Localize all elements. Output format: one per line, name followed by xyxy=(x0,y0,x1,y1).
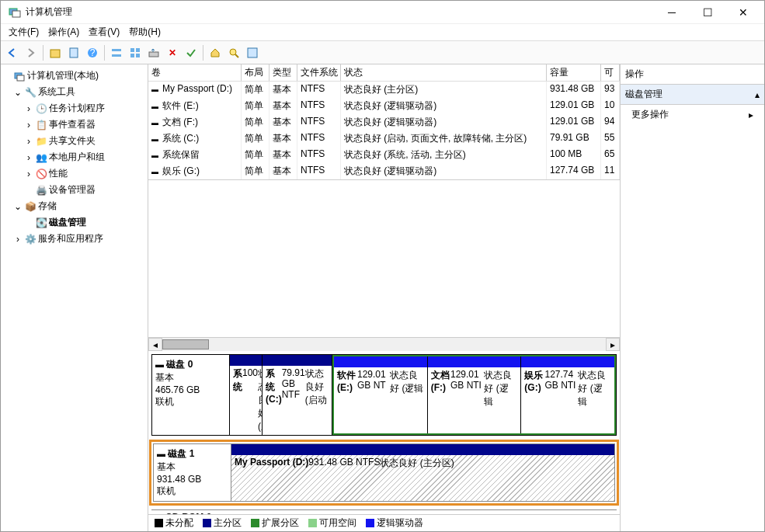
partition-c[interactable]: 系统 (C:)79.91 GB NTF状态良好 (启动 xyxy=(263,355,332,435)
tree-performance[interactable]: ›🚫性能 xyxy=(2,165,146,182)
partition-g[interactable]: 娱乐 (G:)127.74 GB NTI状态良好 (逻辑 xyxy=(521,356,614,433)
actions-header: 操作 xyxy=(621,64,764,85)
tree-event-viewer[interactable]: ›📋事件查看器 xyxy=(2,116,146,133)
minimize-button[interactable]: ─ xyxy=(654,1,690,24)
col-type[interactable]: 类型 xyxy=(269,64,297,81)
view-detail-button[interactable] xyxy=(127,44,144,61)
legend: 未分配 主分区 扩展分区 可用空间 逻辑驱动器 xyxy=(148,514,620,531)
help-button[interactable]: ? xyxy=(84,44,101,61)
forward-button[interactable] xyxy=(23,44,40,61)
menubar: 文件(F) 操作(A) 查看(V) 帮助(H) xyxy=(1,24,764,41)
app-icon xyxy=(9,6,21,19)
svg-text:?: ? xyxy=(90,47,96,58)
col-available[interactable]: 可 xyxy=(601,64,620,81)
tree-disk-management[interactable]: 💽磁盘管理 xyxy=(2,214,146,231)
partition-f[interactable]: 文档 (F:)129.01 GB NTI状态良好 (逻辑 xyxy=(428,356,522,433)
chevron-right-icon: ▸ xyxy=(749,110,753,120)
legend-swatch-logical xyxy=(366,519,374,527)
disk-0-header[interactable]: ▬ 磁盘 0 基本 465.76 GB 联机 xyxy=(151,354,229,436)
tree-storage[interactable]: ⌄📦存储 xyxy=(2,198,146,214)
svg-rect-15 xyxy=(248,48,257,57)
disk-icon: ▬ xyxy=(157,449,165,458)
center-panel: 卷 布局 类型 文件系统 状态 容量 可 ▬My Passport (D:)简单… xyxy=(148,64,621,531)
back-button[interactable] xyxy=(4,44,21,61)
actions-more[interactable]: 更多操作 ▸ xyxy=(621,105,764,124)
disk-icon: ▬ xyxy=(155,360,164,369)
tree-root[interactable]: 计算机管理(本地) xyxy=(2,68,146,84)
actions-pane: 操作 磁盘管理 ▴ 更多操作 ▸ xyxy=(621,64,764,531)
tree-systools[interactable]: ⌄🔧系统工具 xyxy=(2,84,146,100)
svg-rect-12 xyxy=(149,52,158,57)
menu-file[interactable]: 文件(F) xyxy=(4,24,43,40)
disk-1-row[interactable]: ▬ 磁盘 1 基本 931.48 GB 联机 My Passport (D:)9… xyxy=(151,442,617,503)
svg-rect-11 xyxy=(136,54,140,57)
search-button[interactable] xyxy=(225,44,242,61)
scroll-left-icon[interactable]: ◂ xyxy=(148,338,162,351)
menu-action[interactable]: 操作(A) xyxy=(43,24,84,40)
menu-help[interactable]: 帮助(H) xyxy=(124,24,165,40)
scroll-thumb[interactable] xyxy=(162,339,209,349)
svg-rect-10 xyxy=(130,54,134,57)
svg-rect-9 xyxy=(136,48,140,52)
col-capacity[interactable]: 容量 xyxy=(547,64,601,81)
volume-table[interactable]: 卷 布局 类型 文件系统 状态 容量 可 ▬My Passport (D:)简单… xyxy=(148,64,620,180)
window-title: 计算机管理 xyxy=(26,5,654,19)
svg-rect-6 xyxy=(112,49,121,51)
disk-0-row[interactable]: ▬ 磁盘 0 基本 465.76 GB 联机 系统100状态良好 (系 系统 (… xyxy=(151,354,617,436)
close-button[interactable]: ✕ xyxy=(725,1,761,24)
col-layout[interactable]: 布局 xyxy=(242,64,269,81)
delete-button[interactable]: ✕ xyxy=(164,44,181,61)
svg-rect-3 xyxy=(70,48,78,57)
check-button[interactable] xyxy=(183,44,200,61)
menu-view[interactable]: 查看(V) xyxy=(84,24,124,40)
svg-point-13 xyxy=(230,49,236,55)
tree-local-users[interactable]: ›👥本地用户和组 xyxy=(2,149,146,165)
table-row[interactable]: ▬系统 (C:)简单基本NTFS状态良好 (启动, 页面文件, 故障转储, 主分… xyxy=(148,130,620,147)
toolbar: ? ✕ xyxy=(1,41,764,64)
actions-section[interactable]: 磁盘管理 ▴ xyxy=(621,85,764,105)
col-filesystem[interactable]: 文件系统 xyxy=(297,64,341,81)
legend-swatch-primary xyxy=(203,519,211,527)
view-list-button[interactable] xyxy=(108,44,125,61)
disk-1-header[interactable]: ▬ 磁盘 1 基本 931.48 GB 联机 xyxy=(153,443,231,502)
partition-system-reserved[interactable]: 系统100状态良好 (系 xyxy=(230,355,263,435)
settings-disk-button[interactable] xyxy=(244,44,261,61)
legend-swatch-unallocated xyxy=(155,519,163,527)
svg-rect-17 xyxy=(17,75,24,81)
table-row[interactable]: ▬软件 (E:)简单基本NTFS状态良好 (逻辑驱动器)129.01 GB10 xyxy=(148,98,620,114)
table-row[interactable]: ▬My Passport (D:)简单基本NTFS状态良好 (主分区)931.4… xyxy=(148,82,620,98)
navigation-tree[interactable]: 计算机管理(本地) ⌄🔧系统工具 ›🕒任务计划程序 ›📋事件查看器 ›📁共享文件… xyxy=(1,64,148,531)
properties-button[interactable] xyxy=(65,44,82,61)
home-button[interactable] xyxy=(207,44,224,61)
titlebar: 计算机管理 ─ ☐ ✕ xyxy=(1,1,764,24)
up-button[interactable] xyxy=(47,44,64,61)
tree-device-manager[interactable]: 🖨️设备管理器 xyxy=(2,182,146,198)
tree-shared-folders[interactable]: ›📁共享文件夹 xyxy=(2,133,146,149)
legend-swatch-free xyxy=(308,519,317,527)
col-volume[interactable]: 卷 xyxy=(148,64,242,81)
table-row[interactable]: ▬娱乐 (G:)简单基本NTFS状态良好 (逻辑驱动器)127.74 GB11 xyxy=(148,163,620,179)
maximize-button[interactable]: ☐ xyxy=(690,1,725,24)
svg-line-14 xyxy=(235,54,238,57)
table-row[interactable]: ▬文档 (F:)简单基本NTFS状态良好 (逻辑驱动器)129.01 GB94 xyxy=(148,114,620,130)
table-row[interactable]: ▬系统保留简单基本NTFS状态良好 (系统, 活动, 主分区)100 MB65 xyxy=(148,147,620,163)
extended-partition-group: 软件 (E:)129.01 GB NT状态良好 (逻辑 文档 (F:)129.0… xyxy=(332,355,616,435)
svg-rect-8 xyxy=(130,48,134,52)
refresh-disk-button[interactable] xyxy=(145,44,162,61)
svg-rect-1 xyxy=(12,11,20,17)
collapse-icon[interactable]: ▴ xyxy=(755,89,760,100)
tree-services[interactable]: ›⚙️服务和应用程序 xyxy=(2,231,146,247)
scroll-right-icon[interactable]: ▸ xyxy=(606,338,620,351)
horizontal-scrollbar[interactable]: ◂ ▸ xyxy=(148,337,620,351)
tree-task-scheduler[interactable]: ›🕒任务计划程序 xyxy=(2,100,146,116)
svg-rect-2 xyxy=(50,50,60,57)
svg-rect-7 xyxy=(112,54,121,57)
partition-e[interactable]: 软件 (E:)129.01 GB NT状态良好 (逻辑 xyxy=(334,356,428,433)
legend-swatch-extended xyxy=(251,519,259,527)
col-status[interactable]: 状态 xyxy=(341,64,547,81)
partition-d[interactable]: My Passport (D:)931.48 GB NTFS状态良好 (主分区) xyxy=(231,444,614,501)
disk-graphical-view[interactable]: ▬ 磁盘 0 基本 465.76 GB 联机 系统100状态良好 (系 系统 (… xyxy=(148,351,620,514)
